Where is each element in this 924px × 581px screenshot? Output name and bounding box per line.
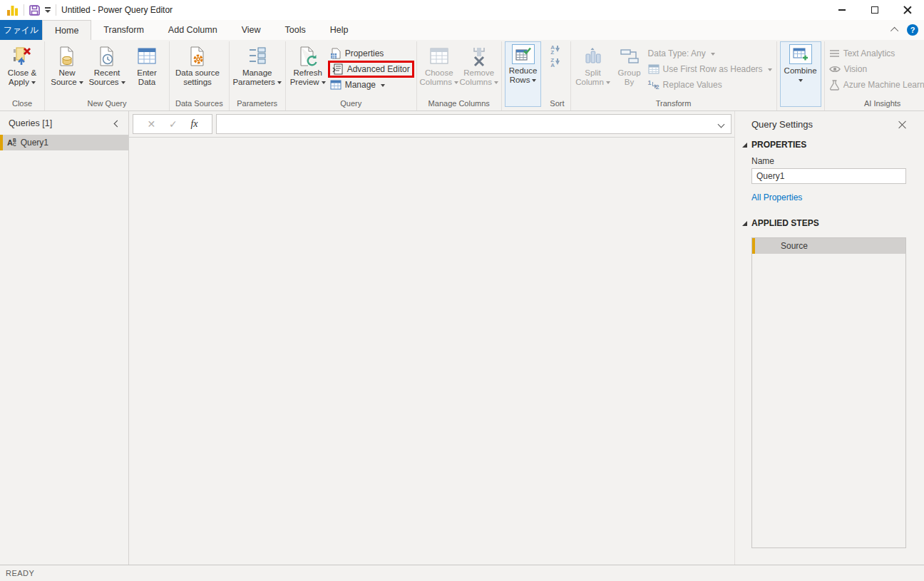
properties-button[interactable]: Properties	[328, 46, 414, 61]
expand-formula-bar-icon[interactable]	[718, 121, 725, 128]
group-label-transform: Transform	[573, 98, 774, 110]
ribbon-group-parameters: Manage Parameters Parameters	[230, 41, 286, 110]
replace-values-button[interactable]: 12 Replace Values	[646, 77, 774, 93]
save-icon[interactable]	[29, 5, 40, 16]
remove-columns-button[interactable]: Remove Columns	[459, 42, 499, 87]
quick-access-toolbar-caret-icon[interactable]	[45, 7, 51, 13]
enter-data-button[interactable]: Enter Data	[127, 42, 167, 87]
azure-machine-learning-icon	[829, 80, 840, 91]
titlebar-separator	[56, 4, 56, 16]
commit-formula-icon[interactable]: ✓	[169, 118, 178, 130]
properties-section-header[interactable]: PROPERTIES	[751, 140, 906, 150]
maximize-button[interactable]	[858, 0, 891, 20]
group-label-manage-columns: Manage Columns	[419, 98, 499, 110]
group-by-button[interactable]: Group By	[613, 42, 646, 87]
close-and-apply-icon	[11, 44, 33, 68]
cancel-formula-icon[interactable]: ✕	[147, 118, 155, 130]
ribbon: Close & Apply Close New Source Recent So…	[0, 40, 924, 111]
refresh-preview-button[interactable]: Refresh Preview	[288, 42, 328, 87]
applied-steps-section-header[interactable]: APPLIED STEPS	[751, 218, 906, 228]
reduce-rows-icon	[512, 44, 535, 64]
dropdown-caret-icon	[606, 81, 610, 84]
data-preview-area[interactable]	[129, 138, 734, 565]
dropdown-caret-icon	[711, 53, 715, 56]
choose-columns-button[interactable]: Choose Columns	[419, 42, 459, 87]
applied-step-item[interactable]: Source	[752, 238, 905, 254]
tab-file[interactable]: ファイル	[0, 20, 42, 40]
tab-transform[interactable]: Transform	[91, 20, 156, 40]
group-label-new-query: New Query	[47, 98, 167, 110]
close-and-apply-button[interactable]: Close & Apply	[2, 42, 42, 87]
manage-parameters-icon	[247, 44, 268, 68]
dropdown-caret-icon	[799, 79, 803, 82]
query-name-input[interactable]	[751, 168, 906, 184]
status-bar: READY	[0, 565, 924, 581]
new-source-button[interactable]: New Source	[47, 42, 87, 87]
group-label-parameters: Parameters	[232, 98, 283, 110]
query-settings-panel: Query Settings PROPERTIES Name All Prope…	[734, 111, 924, 565]
menu-bar: ファイル Home Transform Add Column View Tool…	[0, 20, 924, 40]
ribbon-group-data-sources: Data source settings Data Sources	[170, 41, 230, 110]
dropdown-caret-icon	[79, 81, 83, 84]
refresh-preview-icon	[297, 44, 319, 68]
titlebar-separator	[24, 4, 24, 16]
main-area: ✕ ✓ fx	[129, 111, 734, 565]
ribbon-group-ai-insights: Text Analytics Vision Azure Machine Lear…	[825, 41, 924, 110]
data-source-settings-button[interactable]: Data source settings	[172, 42, 223, 87]
recent-sources-icon	[96, 44, 118, 68]
group-label-ai-insights: AI Insights	[827, 98, 924, 110]
sort-ascending-icon[interactable]: AZ	[550, 45, 560, 55]
fx-icon[interactable]: fx	[190, 118, 197, 130]
ribbon-group-manage-columns: Choose Columns Remove Columns Manage Col…	[417, 41, 502, 110]
tab-home[interactable]: Home	[42, 20, 91, 40]
close-icon	[903, 6, 912, 14]
ribbon-group-combine: Combine	[777, 41, 825, 110]
close-query-settings-icon[interactable]	[898, 120, 906, 129]
help-icon[interactable]: ?	[907, 24, 918, 36]
advanced-editor-button[interactable]: Advanced Editor	[330, 63, 412, 76]
group-label-sort: Sort	[546, 98, 568, 110]
all-properties-link[interactable]: All Properties	[751, 192, 906, 202]
dropdown-caret-icon	[454, 81, 458, 84]
vision-icon	[829, 65, 841, 73]
tab-help[interactable]: Help	[318, 20, 361, 40]
sort-descending-icon[interactable]: ZA	[550, 58, 560, 68]
group-label-query: Query	[288, 98, 414, 110]
split-column-button[interactable]: Split Column	[573, 42, 613, 87]
recent-sources-button[interactable]: Recent Sources	[87, 42, 127, 87]
vision-button[interactable]: Vision	[827, 61, 924, 77]
manage-parameters-button[interactable]: Manage Parameters	[232, 42, 283, 87]
expander-triangle-icon	[742, 221, 747, 226]
dropdown-caret-icon	[277, 81, 282, 84]
remove-columns-icon	[468, 44, 490, 68]
azure-machine-learning-button[interactable]: Azure Machine Learning	[827, 77, 924, 93]
dropdown-caret-icon	[381, 84, 385, 87]
formula-input[interactable]	[216, 114, 732, 134]
properties-icon	[330, 48, 342, 59]
close-button[interactable]	[891, 0, 924, 20]
tab-add-column[interactable]: Add Column	[156, 20, 230, 40]
manage-icon	[330, 79, 342, 91]
queries-panel-title: Queries [1]	[9, 118, 52, 128]
tab-tools[interactable]: Tools	[273, 20, 318, 40]
ribbon-group-sort: AZ ZA Sort	[544, 41, 570, 110]
ribbon-group-new-query: New Source Recent Sources Enter Data New…	[45, 41, 170, 110]
manage-button[interactable]: Manage	[328, 77, 414, 93]
query-settings-title: Query Settings	[751, 119, 813, 130]
text-analytics-icon	[829, 49, 840, 58]
collapse-queries-panel-icon[interactable]	[114, 120, 121, 127]
applied-steps-list: Source	[751, 237, 906, 548]
minimize-button[interactable]	[826, 0, 858, 20]
query-list-item[interactable]: A BC Query1	[0, 135, 128, 150]
query-name: Query1	[21, 138, 48, 148]
collapse-ribbon-icon[interactable]	[890, 27, 898, 35]
data-type-button[interactable]: Data Type: Any	[646, 46, 774, 61]
tab-view[interactable]: View	[230, 20, 273, 40]
dropdown-caret-icon	[494, 81, 498, 84]
combine-button[interactable]: Combine	[780, 41, 821, 107]
split-column-icon	[582, 44, 604, 68]
text-type-icon: A BC	[7, 138, 16, 147]
use-first-row-as-headers-button[interactable]: Use First Row as Headers	[646, 61, 774, 77]
reduce-rows-button[interactable]: Reduce Rows	[505, 41, 542, 107]
text-analytics-button[interactable]: Text Analytics	[827, 46, 924, 61]
